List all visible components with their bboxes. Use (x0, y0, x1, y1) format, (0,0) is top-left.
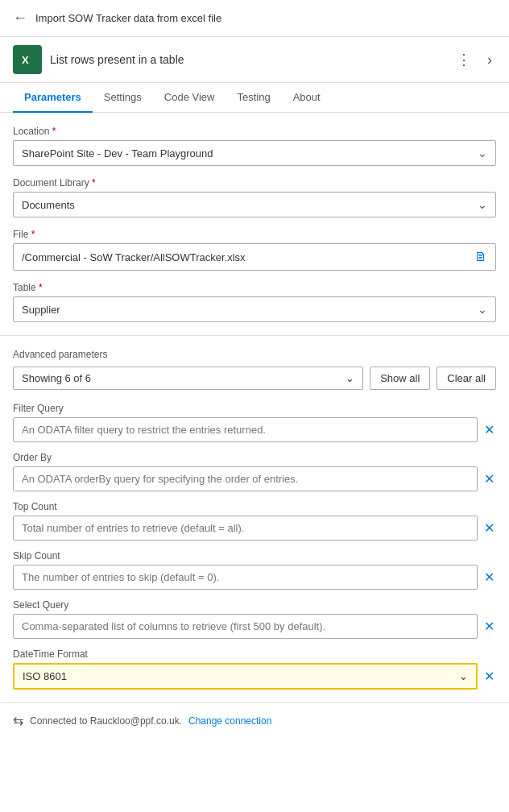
table-label: Table * (13, 282, 496, 293)
select-query-input-wrapper: ✕ (13, 614, 496, 639)
select-query-close-button[interactable]: ✕ (482, 617, 496, 636)
select-query-row: Select Query ✕ (13, 599, 496, 639)
more-options-button[interactable]: ⋮ (453, 49, 475, 70)
select-query-label: Select Query (13, 599, 496, 611)
showing-select[interactable]: Showing 6 of 6 ⌄ (13, 367, 363, 390)
header-title: Import SOW Tracker data from excel file (35, 12, 221, 24)
advanced-label: Advanced parameters (13, 349, 496, 360)
datetime-format-close-button[interactable]: ✕ (482, 667, 496, 686)
connection-icon: ⇆ (13, 713, 23, 728)
action-header-left: X List rows present in a table (13, 45, 184, 74)
show-all-button[interactable]: Show all (370, 367, 430, 390)
location-field-group: Location * SharePoint Site - Dev - Team … (13, 126, 496, 166)
file-picker-icon[interactable]: 🗎 (474, 250, 487, 264)
order-by-input-wrapper: ✕ (13, 466, 496, 491)
close-panel-button[interactable]: › (483, 50, 496, 70)
datetime-format-label: DateTime Format (13, 648, 496, 660)
table-field-group: Table * Supplier ⌄ (13, 282, 496, 322)
change-connection-link[interactable]: Change connection (188, 715, 271, 727)
tab-code-view[interactable]: Code View (153, 83, 226, 113)
action-header-right: ⋮ › (453, 49, 496, 70)
skip-count-close-button[interactable]: ✕ (482, 568, 496, 586)
table-select[interactable]: Supplier ⌄ (13, 296, 496, 322)
top-count-row: Top Count ✕ (13, 501, 496, 541)
datetime-format-chevron-icon: ⌄ (459, 670, 468, 682)
tab-testing[interactable]: Testing (226, 83, 281, 113)
top-count-input-wrapper: ✕ (13, 516, 496, 541)
skip-count-label: Skip Count (13, 550, 496, 561)
filter-query-row: Filter Query ✕ (13, 403, 496, 442)
form-body: Location * SharePoint Site - Dev - Team … (0, 113, 509, 322)
skip-count-input-wrapper: ✕ (13, 565, 496, 590)
filter-query-label: Filter Query (13, 403, 496, 414)
order-by-close-button[interactable]: ✕ (482, 470, 496, 488)
excel-icon: X (13, 45, 42, 74)
order-by-row: Order By ✕ (13, 452, 496, 491)
footer-bar: ⇆ Connected to Rauckloo@ppf.co.uk. Chang… (0, 702, 509, 738)
datetime-format-select-wrapper: ISO 8601 ⌄ ✕ (13, 663, 496, 690)
document-library-field-group: Document Library * Documents ⌄ (13, 177, 496, 218)
action-title: List rows present in a table (50, 53, 184, 66)
select-query-input[interactable] (13, 614, 478, 639)
top-count-label: Top Count (13, 501, 496, 512)
order-by-input[interactable] (13, 466, 478, 491)
document-library-label: Document Library * (13, 177, 496, 188)
back-icon[interactable]: ← (13, 10, 27, 27)
tab-about[interactable]: About (282, 83, 332, 113)
location-label: Location * (13, 126, 496, 137)
clear-all-button[interactable]: Clear all (437, 367, 496, 390)
showing-chevron-icon: ⌄ (346, 372, 354, 384)
tab-settings[interactable]: Settings (93, 83, 153, 113)
table-chevron-icon: ⌄ (478, 303, 487, 316)
file-field-group: File * /Commercial - SoW Tracker/AllSOWT… (13, 229, 496, 271)
tab-parameters[interactable]: Parameters (13, 83, 93, 113)
skip-count-input[interactable] (13, 565, 478, 590)
footer-connected-text: Connected to Rauckloo@ppf.co.uk. (30, 715, 182, 727)
advanced-controls: Showing 6 of 6 ⌄ Show all Clear all (13, 367, 496, 390)
datetime-format-row: DateTime Format ISO 8601 ⌄ ✕ (13, 648, 496, 690)
svg-text:X: X (22, 54, 29, 66)
filter-query-input[interactable] (13, 417, 478, 442)
document-library-select[interactable]: Documents ⌄ (13, 192, 496, 218)
location-select[interactable]: SharePoint Site - Dev - Team Playground … (13, 140, 496, 166)
top-count-input[interactable] (13, 516, 478, 541)
document-library-chevron-icon: ⌄ (478, 198, 487, 211)
action-header: X List rows present in a table ⋮ › (0, 37, 509, 83)
location-chevron-icon: ⌄ (478, 147, 487, 160)
file-label: File * (13, 229, 496, 240)
filter-query-input-wrapper: ✕ (13, 417, 496, 442)
advanced-section: Advanced parameters Showing 6 of 6 ⌄ Sho… (0, 349, 509, 690)
top-count-close-button[interactable]: ✕ (482, 519, 496, 537)
filter-query-close-button[interactable]: ✕ (482, 420, 496, 439)
tabs-bar: Parameters Settings Code View Testing Ab… (0, 83, 509, 113)
skip-count-row: Skip Count ✕ (13, 550, 496, 590)
datetime-format-select[interactable]: ISO 8601 ⌄ (13, 663, 478, 690)
order-by-label: Order By (13, 452, 496, 463)
file-input[interactable]: /Commercial - SoW Tracker/AllSOWTracker.… (13, 243, 496, 271)
header-bar: ← Import SOW Tracker data from excel fil… (0, 0, 509, 37)
section-divider (0, 335, 509, 336)
